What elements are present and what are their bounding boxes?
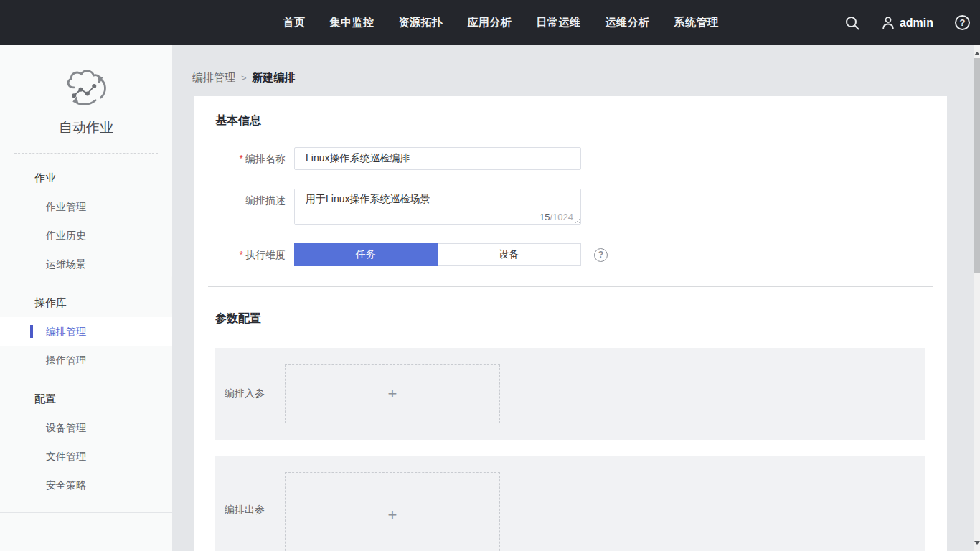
sidebar-item-file-management[interactable]: 文件管理 — [0, 442, 172, 471]
nav-item-app-analysis[interactable]: 应用分析 — [468, 16, 512, 29]
dimension-help-icon[interactable]: ? — [594, 248, 608, 262]
orchestration-name-label: *编排名称 — [215, 147, 294, 170]
new-orchestration-form-card: 基本信息 *编排名称 编排描述 用于Linux操作系统巡检场景 15/1024 … — [194, 96, 947, 551]
help-icon[interactable]: ? — [955, 15, 970, 30]
main-menu: 首页 集中监控 资源拓扑 应用分析 日常运维 运维分析 系统管理 — [283, 16, 719, 29]
orchestration-description-label: 编排描述 — [215, 189, 294, 212]
char-count-max: /1024 — [550, 212, 573, 222]
menu-group-jobs: 作业 — [0, 164, 172, 192]
breadcrumb-current: 新建编排 — [253, 71, 296, 85]
toggle-option-task[interactable]: 任务 — [294, 243, 438, 266]
orchestration-description-wrap: 用于Linux操作系统巡检场景 15/1024 — [294, 189, 581, 225]
sidebar-item-operation-management[interactable]: 操作管理 — [0, 346, 172, 375]
user-menu[interactable]: admin — [882, 16, 933, 30]
menu-group-configuration: 配置 — [0, 385, 172, 413]
section-divider — [208, 286, 933, 287]
char-count-current: 15 — [540, 212, 550, 222]
breadcrumb-separator: > — [241, 72, 247, 83]
nav-item-ops-analysis[interactable]: 运维分析 — [606, 16, 650, 29]
basic-info-section-title: 基本信息 — [215, 113, 925, 128]
orchestration-description-row: 编排描述 用于Linux操作系统巡检场景 15/1024 — [215, 189, 925, 225]
top-navbar: 首页 集中监控 资源拓扑 应用分析 日常运维 运维分析 系统管理 admin ? — [0, 0, 980, 45]
app-title: 自动作业 — [0, 118, 172, 137]
orchestration-name-row: *编排名称 — [215, 147, 925, 170]
sidebar-item-ops-scenarios[interactable]: 运维场景 — [0, 250, 172, 278]
sidebar: 自动作业 作业 作业管理 作业历史 运维场景 操作库 编排管理 操作管理 配置 … — [0, 45, 172, 551]
user-icon — [882, 16, 895, 30]
sidebar-logo-divider — [14, 153, 158, 154]
char-counter: 15/1024 — [540, 212, 573, 222]
nav-right-zone: admin ? — [844, 0, 970, 45]
plus-icon: + — [388, 506, 397, 524]
sidebar-item-label: 编排管理 — [46, 326, 86, 337]
add-output-param-button[interactable]: + — [285, 472, 500, 551]
nav-item-monitor[interactable]: 集中监控 — [330, 16, 374, 29]
plus-icon: + — [388, 385, 397, 403]
execution-dimension-toggle: 任务 设备 — [294, 243, 581, 266]
orchestration-name-input[interactable] — [294, 147, 581, 170]
nav-item-topology[interactable]: 资源拓扑 — [399, 16, 443, 29]
sidebar-item-device-management[interactable]: 设备管理 — [0, 413, 172, 442]
scroll-up-arrow-icon[interactable] — [974, 52, 980, 55]
breadcrumb: 编排管理 > 新建编排 — [172, 45, 980, 85]
orchestration-description-textarea[interactable]: 用于Linux操作系统巡检场景 — [295, 189, 580, 224]
sidebar-menu: 作业 作业管理 作业历史 运维场景 操作库 编排管理 操作管理 配置 设备管理 … — [0, 164, 172, 499]
toggle-option-device[interactable]: 设备 — [438, 243, 582, 266]
username-label: admin — [900, 17, 933, 29]
selected-indicator-bar — [30, 325, 33, 338]
required-asterisk: * — [240, 153, 243, 164]
add-input-param-button[interactable]: + — [285, 364, 500, 423]
params-config-section-title: 参数配置 — [215, 311, 925, 326]
nav-item-home[interactable]: 首页 — [283, 16, 306, 29]
required-asterisk: * — [240, 249, 243, 260]
output-params-panel: 编排出参 + — [215, 456, 925, 551]
breadcrumb-parent[interactable]: 编排管理 — [192, 71, 235, 85]
app-logo-block: 自动作业 — [0, 45, 172, 137]
sidebar-item-security-policy[interactable]: 安全策略 — [0, 471, 172, 499]
nav-item-system-mgmt[interactable]: 系统管理 — [674, 16, 719, 29]
sidebar-item-orchestration-management[interactable]: 编排管理 — [0, 317, 172, 346]
input-params-label: 编排入参 — [215, 387, 285, 400]
vertical-scrollbar[interactable] — [974, 45, 980, 551]
scroll-down-arrow-icon[interactable] — [974, 541, 980, 545]
execution-dimension-label: *执行维度 — [215, 243, 294, 266]
main-content: 编排管理 > 新建编排 基本信息 *编排名称 编排描述 用于Linux操作系统巡… — [172, 45, 980, 551]
sidebar-item-job-management[interactable]: 作业管理 — [0, 192, 172, 221]
output-params-label: 编排出参 — [215, 504, 285, 517]
scrollbar-thumb[interactable] — [974, 58, 980, 273]
input-params-panel: 编排入参 + — [215, 348, 925, 440]
search-icon[interactable] — [844, 15, 860, 31]
cloud-automation-logo-icon — [57, 65, 116, 108]
sidebar-item-job-history[interactable]: 作业历史 — [0, 221, 172, 250]
sidebar-bottom-divider — [0, 512, 172, 513]
execution-dimension-row: *执行维度 任务 设备 ? — [215, 243, 925, 266]
menu-group-operation-library: 操作库 — [0, 288, 172, 317]
nav-item-daily-ops[interactable]: 日常运维 — [537, 16, 581, 29]
